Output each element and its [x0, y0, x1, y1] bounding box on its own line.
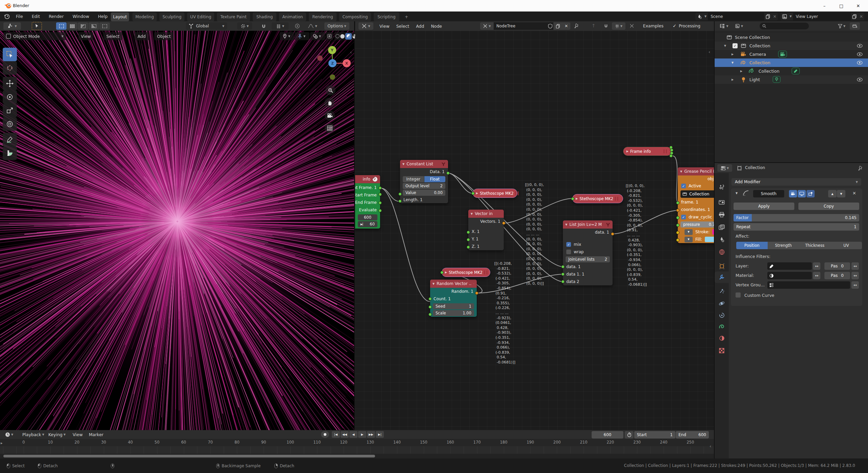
outliner-filter-funnel-dropdown[interactable]: ▼ — [836, 22, 848, 30]
tree-type-dropdown[interactable]: ▼ — [480, 22, 494, 30]
layer-field[interactable] — [767, 262, 812, 270]
snap-node-dropdown[interactable]: ▼ — [612, 22, 625, 30]
socket-out[interactable] — [446, 171, 450, 175]
jump-end-button[interactable]: ▶| — [376, 431, 384, 438]
camera-data-badge[interactable] — [778, 51, 787, 57]
add-modifier-dropdown[interactable]: Add Modifier ▼ — [731, 178, 861, 186]
vertex-group-field[interactable] — [767, 281, 850, 289]
viewport-canvas[interactable] — [0, 31, 354, 430]
close-button[interactable]: ✕ — [850, 0, 866, 11]
playback-menu[interactable]: Playback▼ — [19, 430, 48, 439]
outliner-row-collection-data[interactable]: ▶ Collection — [715, 67, 868, 75]
node-stethoscope-1[interactable]: ▶Stethoscope MK2▍▍ — [473, 189, 517, 198]
node-canvas[interactable]: info nt Frame. 1 Start Frame End Frame E… — [355, 31, 714, 430]
field-label[interactable]: Output level — [405, 184, 429, 188]
mix-checkbox[interactable]: ✓ — [566, 242, 571, 247]
timeline-expand-arrow[interactable]: ▸ — [1, 441, 3, 445]
socket-out[interactable] — [475, 291, 478, 295]
socket-out[interactable] — [378, 209, 382, 212]
view-menu[interactable]: View — [69, 430, 86, 439]
select-mode-invert[interactable] — [89, 22, 99, 30]
node-list-join[interactable]: ▼List Join Lv=2 M data. 1 ✓mix wrap Join… — [563, 220, 613, 285]
field-label[interactable]: Seed — [436, 304, 445, 309]
unlink-tree-button[interactable]: ✕ — [562, 22, 570, 30]
socket-out[interactable] — [611, 232, 614, 236]
tool-transform[interactable] — [3, 117, 17, 131]
copy-button[interactable]: Copy — [798, 203, 859, 210]
socket-in[interactable] — [561, 280, 565, 283]
camera-view-button[interactable] — [325, 111, 335, 121]
menu-help[interactable]: Help — [94, 11, 112, 21]
row-label[interactable]: Camera — [749, 52, 766, 57]
examples-menu[interactable]: Examples — [640, 23, 667, 28]
pin-icon[interactable] — [574, 23, 579, 29]
fps-field[interactable]: 60 — [370, 222, 375, 227]
socket-in[interactable] — [676, 216, 679, 219]
axis-neg-x[interactable] — [317, 55, 323, 61]
select-mode-intersect[interactable] — [99, 22, 110, 30]
maximize-button[interactable]: □ — [834, 0, 849, 11]
pin-icon[interactable] — [858, 166, 863, 171]
blender-menu-icon[interactable] — [3, 13, 10, 20]
toggle-integer[interactable]: Integer — [403, 176, 424, 182]
node-constant-list[interactable]: ▼Constant List Data. 1 Integer Float Out… — [400, 160, 448, 203]
socket-in[interactable] — [428, 313, 432, 316]
wrap-checkbox[interactable] — [566, 250, 571, 254]
collapse-icon[interactable]: ▼ — [736, 192, 738, 195]
new-collection-button[interactable] — [850, 22, 860, 30]
tab-layout[interactable]: Layout — [111, 13, 129, 21]
tab-physics[interactable] — [715, 298, 729, 309]
timeline-editor-dropdown[interactable]: ▼ — [2, 431, 16, 438]
fill-dropdown[interactable]: ▼ — [685, 237, 693, 242]
copy-view-layer-icon[interactable] — [851, 14, 858, 19]
socket-in[interactable] — [561, 273, 565, 276]
realtime-toggle[interactable] — [798, 190, 806, 197]
node-menu-node[interactable]: Node — [427, 24, 445, 29]
edit-mode-badge[interactable] — [792, 68, 800, 74]
outliner-row-scene-collection[interactable]: Scene Collection — [715, 33, 868, 42]
node-frame-info-pill[interactable]: ▶Frame info▍▍ — [623, 147, 672, 156]
socket-in[interactable] — [676, 223, 679, 227]
tab-modeling[interactable]: Modeling — [132, 13, 157, 21]
menu-window[interactable]: Window — [68, 11, 94, 21]
unlink-scene-icon[interactable]: ✕ — [772, 14, 778, 19]
hide-icon[interactable] — [857, 78, 863, 81]
collection-checkbox[interactable]: ✓ — [733, 43, 738, 48]
layer-pass-field[interactable]: Pas0 — [824, 262, 850, 270]
node-grease-pencil[interactable]: ▼Grease Pencil (I obje ✓Active Collectio… — [678, 167, 714, 243]
tab-modifiers[interactable] — [715, 271, 729, 283]
proportional-editing-toggle[interactable] — [295, 23, 300, 29]
expand-icon[interactable]: ▼ — [731, 61, 734, 64]
play-button[interactable]: ▶ — [358, 431, 366, 438]
socket-in[interactable] — [428, 305, 432, 309]
tab-uv-editing[interactable]: UV Editing — [187, 13, 214, 21]
timeline-sidebar-arrow[interactable]: ‹ — [710, 444, 711, 449]
pan-button[interactable] — [324, 98, 334, 108]
menu-file[interactable]: File — [11, 11, 27, 21]
end-frame-field[interactable]: End600 — [676, 431, 709, 439]
node-vector-in[interactable]: ▼Vector in Vectors. 1 X. 1 Y. 1 Z. 1 — [468, 210, 504, 250]
tool-scale[interactable] — [3, 104, 17, 117]
snap-toggle[interactable] — [261, 23, 267, 29]
fake-user-toggle[interactable] — [547, 22, 553, 30]
scene-selector[interactable]: ▼ Scene ✕ — [695, 13, 778, 20]
hide-icon[interactable] — [857, 61, 863, 65]
material-invert-button[interactable]: ↔ — [813, 272, 820, 279]
processing-toggle[interactable]: ✓ Processing — [673, 23, 700, 28]
copy-tree-button[interactable] — [553, 22, 562, 30]
node-frame-info-expanded[interactable]: info nt Frame. 1 Start Frame End Frame E… — [355, 175, 380, 229]
copy-scene-icon[interactable] — [764, 14, 772, 19]
affect-strength[interactable]: Strength — [768, 242, 799, 249]
viewport-sidebar-arrow[interactable]: ‹ — [350, 50, 352, 55]
tree-name-field[interactable]: NodeTree — [494, 22, 547, 30]
perspective-toggle-button[interactable] — [325, 123, 335, 133]
minimize-button[interactable]: – — [817, 0, 832, 11]
custom-curve-checkbox[interactable] — [736, 292, 741, 298]
scene-name[interactable]: Scene — [708, 13, 764, 20]
tab-sculpting[interactable]: Sculpting — [159, 13, 184, 21]
transform-orientation-dropdown[interactable]: Global ▼ — [186, 22, 227, 30]
node-menu-select[interactable]: Select — [393, 24, 413, 29]
layer-invert-button[interactable]: ↔ — [813, 262, 820, 270]
socket-in[interactable] — [571, 197, 574, 200]
expand-icon[interactable]: ▶ — [731, 78, 734, 81]
